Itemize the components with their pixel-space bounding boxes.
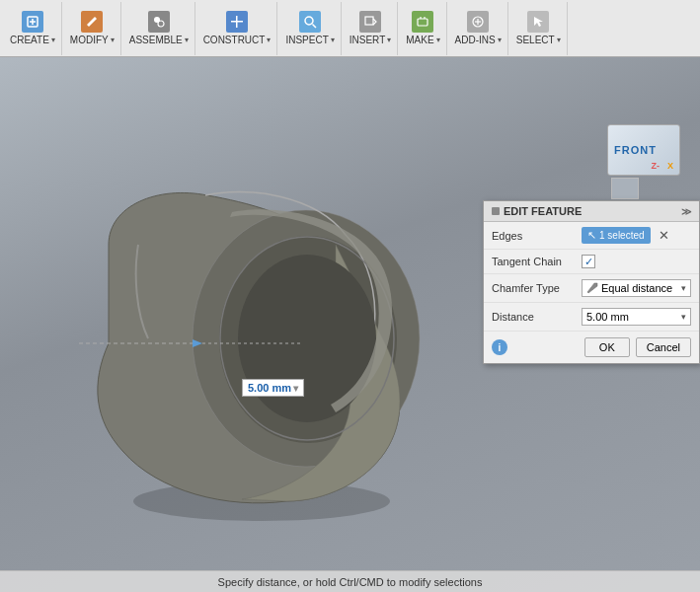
insert-label: INSERT▾ xyxy=(350,35,392,45)
svg-line-8 xyxy=(313,25,317,29)
edit-panel-header: EDIT FEATURE ≫ xyxy=(484,201,699,222)
construct-icon xyxy=(226,11,248,33)
add-ins-label: ADD-INS▾ xyxy=(455,35,502,45)
chamfer-type-row: Chamfer Type Equal distance ▾ xyxy=(484,274,699,303)
toolbar-select[interactable]: SELECT▾ xyxy=(510,2,568,55)
select-icon xyxy=(527,11,549,33)
dim-value: 5.00 mm xyxy=(248,382,291,394)
edges-clear-button[interactable]: ✕ xyxy=(657,228,671,243)
insert-icon xyxy=(359,11,381,33)
compass-front-label: FRONT xyxy=(614,144,657,156)
chamfer-type-dropdown[interactable]: Equal distance ▾ xyxy=(582,279,691,297)
panel-footer: i OK Cancel xyxy=(484,332,699,363)
z-axis-label: Z- xyxy=(651,161,660,171)
chamfer-type-label: Chamfer Type xyxy=(492,282,576,294)
compass-cube xyxy=(611,178,639,199)
distance-arrow: ▾ xyxy=(681,312,686,322)
chamfer-type-value: Equal distance xyxy=(601,282,672,294)
distance-dropdown[interactable]: 5.00 mm ▾ xyxy=(582,308,691,326)
tangent-chain-checkbox[interactable]: ✓ xyxy=(582,255,595,268)
inspect-icon xyxy=(299,11,321,33)
make-label: MAKE▾ xyxy=(406,35,439,45)
toolbar-inspect[interactable]: INSPECT▾ xyxy=(279,2,341,55)
make-icon xyxy=(412,11,433,33)
chamfer-type-arrow: ▾ xyxy=(681,283,686,293)
panel-collapse-icon[interactable] xyxy=(492,207,500,215)
chamfer-type-icon xyxy=(586,282,598,294)
toolbar-assemble[interactable]: ASSEMBLE▾ xyxy=(123,2,195,55)
distance-row: Distance 5.00 mm ▾ xyxy=(484,303,699,332)
edit-feature-panel: EDIT FEATURE ≫ Edges ↖ 1 selected ✕ Tang… xyxy=(483,200,700,364)
svg-rect-10 xyxy=(418,19,428,26)
distance-value: 5.00 mm xyxy=(586,311,629,323)
construct-label: CONSTRUCT▾ xyxy=(203,35,272,45)
create-label: CREATE▾ xyxy=(10,35,55,45)
edges-label: Edges xyxy=(492,230,576,242)
select-label: SELECT▾ xyxy=(516,35,561,45)
info-icon[interactable]: i xyxy=(492,339,507,355)
add-ins-icon xyxy=(467,11,489,33)
create-icon xyxy=(22,11,43,33)
edges-row: Edges ↖ 1 selected ✕ xyxy=(484,222,699,250)
3d-shape xyxy=(49,146,474,541)
panel-expand-button[interactable]: ≫ xyxy=(681,206,691,217)
svg-point-7 xyxy=(305,17,313,25)
svg-rect-9 xyxy=(365,17,373,25)
toolbar-add-ins[interactable]: ADD-INS▾ xyxy=(449,2,508,55)
edges-selected-badge[interactable]: ↖ 1 selected xyxy=(582,227,651,244)
edges-value: 1 selected xyxy=(599,230,645,241)
panel-title: EDIT FEATURE xyxy=(504,205,582,217)
cursor-icon: ↖ xyxy=(587,229,596,242)
compass-box: FRONT Z- X xyxy=(607,124,680,176)
toolbar-construct[interactable]: CONSTRUCT▾ xyxy=(197,2,278,55)
tangent-chain-label: Tangent Chain xyxy=(492,256,576,267)
x-axis-label: X xyxy=(667,161,673,171)
assemble-icon xyxy=(148,11,170,33)
tangent-chain-row: Tangent Chain ✓ xyxy=(484,250,699,274)
cancel-button[interactable]: Cancel xyxy=(636,337,691,357)
button-group: OK Cancel xyxy=(584,337,691,357)
toolbar-create[interactable]: CREATE▾ xyxy=(4,2,62,55)
modify-label: MODIFY▾ xyxy=(70,35,115,45)
compass-widget[interactable]: FRONT Z- X xyxy=(607,124,686,203)
toolbar-insert[interactable]: INSERT▾ xyxy=(344,2,399,55)
dimension-label[interactable]: 5.00 mm ▾ xyxy=(242,379,304,397)
assemble-label: ASSEMBLE▾ xyxy=(129,35,189,45)
toolbar-make[interactable]: MAKE▾ xyxy=(400,2,446,55)
svg-rect-6 xyxy=(236,16,238,28)
statusbar: Specify distance, or hold Ctrl/CMD to mo… xyxy=(0,570,700,592)
toolbar: CREATE▾ MODIFY▾ ASSEMBLE▾ xyxy=(0,0,700,57)
distance-label: Distance xyxy=(492,311,576,323)
ok-button[interactable]: OK xyxy=(584,337,630,357)
svg-point-4 xyxy=(158,21,164,27)
viewport[interactable]: FRONT Z- X 5.00 mm ▾ EDIT FEATURE ≫ Edge… xyxy=(0,57,700,592)
modify-icon xyxy=(81,11,103,33)
dim-dropdown-arrow: ▾ xyxy=(293,383,298,394)
statusbar-text: Specify distance, or hold Ctrl/CMD to mo… xyxy=(218,576,483,588)
inspect-label: INSPECT▾ xyxy=(285,35,334,45)
toolbar-modify[interactable]: MODIFY▾ xyxy=(64,2,121,55)
